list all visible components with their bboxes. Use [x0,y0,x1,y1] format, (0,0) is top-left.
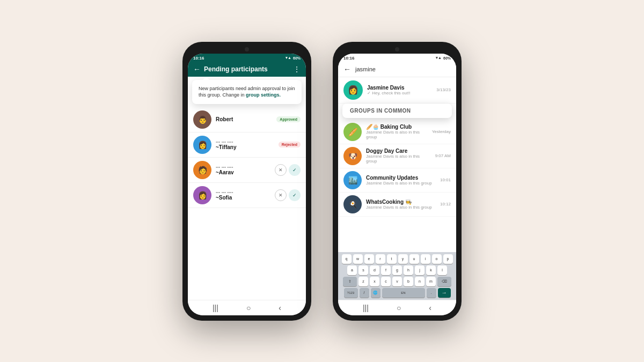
menu-nav-icon-2[interactable]: ||| [363,304,369,312]
key-w[interactable]: w [353,254,363,264]
spacebar[interactable]: EN [382,288,425,298]
avatar: 👩 [193,136,211,154]
send-key[interactable]: → [438,288,451,298]
key-d[interactable]: d [370,265,379,275]
status-bar-1: 10:16 ▾▲ 60% [188,54,306,62]
group-item[interactable]: 🍳 WhatsCooking 🧑‍🍳 Jasmine Davis is also… [338,193,456,217]
status-bar-2: 10:16 ▾▲ 60% [338,54,456,62]
key-a[interactable]: a [347,265,357,275]
pending-participants-header: ← Pending participants ⋮ [188,62,306,77]
participant-phone: ••• ••• •••• [216,190,270,195]
key-e[interactable]: e [364,254,374,264]
key-x[interactable]: x [370,277,379,286]
participants-list: 👨 Robert Approved 👩 ••• ••• •••• ~Tiffan… [188,107,306,300]
keyboard: q w e r t y u i o p a s d f g h j k l [338,252,456,300]
menu-nav-icon[interactable]: ||| [213,304,218,312]
avatar: 👨 [193,110,211,129]
participant-name: ~Sofia [216,195,270,201]
participant-phone: ••• ••• •••• [216,139,274,144]
group-time: 10:01 [440,178,451,182]
admin-approval-tooltip: New participants need admin approval to … [192,80,302,104]
contact-result[interactable]: 👩 Jasmine Davis ✓ Hey, check this out!! … [338,77,456,104]
group-name: Community Updates [366,175,436,181]
key-g[interactable]: g [392,265,402,275]
back-button-2[interactable]: ← [343,65,351,73]
group-info: Doggy Day Care Jasmine Davis is also in … [366,148,431,164]
key-s[interactable]: s [358,265,368,275]
group-name: WhatsCooking 🧑‍🍳 [366,199,436,205]
more-options-button-1[interactable]: ⋮ [293,65,301,73]
group-avatar: 🏙️ [343,171,362,189]
backspace-key[interactable]: ⌫ [437,277,451,286]
phone-2-screen: 10:16 ▾▲ 60% ← jasmine 👩 Jasmine Davis ✓… [338,54,456,315]
key-z[interactable]: z [358,277,368,286]
phone-1: 10:16 ▾▲ 60% ← Pending participants ⋮ Ne… [182,42,311,321]
phone-2: 10:16 ▾▲ 60% ← jasmine 👩 Jasmine Davis ✓… [333,42,462,321]
key-o[interactable]: o [432,254,442,264]
slash-key[interactable]: / [360,288,369,298]
search-input[interactable]: jasmine [355,66,451,72]
group-info: 🥖🧁 Baking Club Jasmine Davis is also in … [366,124,428,139]
phone-camera [245,47,249,51]
shift-key[interactable]: ⇧ [343,277,357,286]
key-n[interactable]: n [415,277,425,286]
contact-info: Jasmine Davis ✓ Hey, check this out!! [367,85,432,95]
key-q[interactable]: q [342,254,352,264]
status-icons-1: ▾▲ 60% [286,56,301,60]
group-settings-link[interactable]: group settings. [246,92,281,98]
group-item[interactable]: 🏙️ Community Updates Jasmine Davis is al… [338,168,456,193]
status-icons-2: ▾▲ 60% [436,56,451,60]
group-item[interactable]: 🥖 🥖🧁 Baking Club Jasmine Davis is also i… [338,120,456,144]
battery-icon: 60% [293,56,301,60]
period-key[interactable]: . [427,288,436,298]
battery-icon-2: 60% [443,56,451,60]
reject-button[interactable]: ✕ [275,164,287,176]
action-buttons: ✕ ✓ [275,164,301,176]
approve-button[interactable]: ✓ [289,164,301,176]
avatar: 🧑 [193,161,211,179]
key-t[interactable]: t [387,254,397,264]
group-time: Yesterday [432,129,451,134]
key-b[interactable]: b [404,277,413,286]
participant-name: ~Aarav [216,169,270,175]
status-time-2: 10:16 [343,56,354,61]
key-l[interactable]: l [437,265,447,275]
reject-button[interactable]: ✕ [275,189,287,201]
group-item[interactable]: 🐶 Doggy Day Care Jasmine Davis is also i… [338,144,456,168]
status-badge: Approved [276,116,301,122]
keyboard-row-1: q w e r t y u i o p [339,254,455,264]
status-badge: Rejected [279,142,301,147]
key-c[interactable]: c [381,277,391,286]
groups-list: 🥖 🥖🧁 Baking Club Jasmine Davis is also i… [338,120,456,252]
home-nav-icon[interactable]: ○ [246,304,251,312]
key-k[interactable]: k [426,265,436,275]
key-j[interactable]: j [415,265,425,275]
back-button-1[interactable]: ← [193,65,201,73]
group-avatar: 🥖 [343,123,362,141]
keyboard-row-3: ⇧ z x c v b n m ⌫ [339,277,455,286]
home-nav-icon-2[interactable]: ○ [397,304,401,312]
globe-key[interactable]: 🌐 [371,288,380,298]
groups-common-text: GROUPS IN COMMON [350,108,411,114]
participant-phone: ••• ••• •••• [216,165,270,169]
key-f[interactable]: f [381,265,391,275]
participant-info: ••• ••• •••• ~Aarav [216,165,270,175]
key-i[interactable]: i [421,254,430,264]
key-p[interactable]: p [443,254,453,264]
numeric-key[interactable]: ?123 [344,288,358,298]
key-v[interactable]: v [392,277,402,286]
group-name: Doggy Day Care [366,148,431,154]
phone-nav-2: ||| ○ ‹ [338,300,456,315]
group-name: 🥖🧁 Baking Club [366,124,428,130]
wifi-icon: ▾▲ [286,56,291,60]
back-nav-icon[interactable]: ‹ [279,304,281,312]
approve-button[interactable]: ✓ [289,189,301,201]
key-u[interactable]: u [409,254,419,264]
key-m[interactable]: m [426,277,436,286]
participant-info: ••• ••• •••• ~Sofia [216,190,270,201]
key-r[interactable]: r [376,254,385,264]
key-y[interactable]: y [398,254,408,264]
key-h[interactable]: h [404,265,413,275]
phone-1-screen: 10:16 ▾▲ 60% ← Pending participants ⋮ Ne… [188,54,306,315]
back-nav-icon-2[interactable]: ‹ [429,304,431,312]
